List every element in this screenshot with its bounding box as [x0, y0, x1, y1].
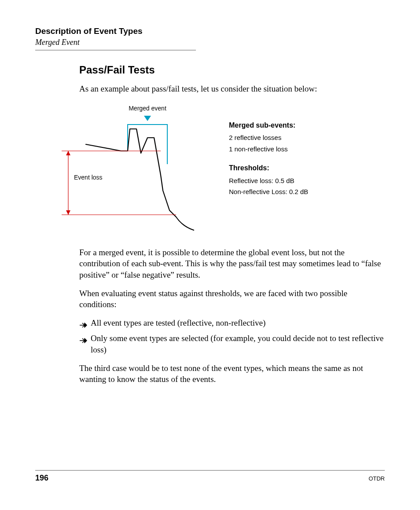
event-loss-arrow-down-icon	[66, 210, 70, 215]
doc-label: OTDR	[368, 475, 385, 482]
page-number: 196	[35, 473, 48, 483]
page-footer: 196 OTDR	[35, 470, 385, 483]
sub-events-line2: 1 non-reflective loss	[229, 144, 308, 154]
list-item: All event types are tested (reflective, …	[91, 317, 385, 329]
intro-paragraph: As an example about pass/fail tests, let…	[79, 83, 385, 95]
bullet-list: All event types are tested (reflective, …	[79, 317, 385, 356]
event-loss-arrow-up-icon	[66, 151, 70, 155]
merged-event-diagram: Merged event Event loss	[48, 103, 198, 236]
section-heading: Pass/Fail Tests	[79, 64, 385, 76]
header-rule	[35, 50, 196, 51]
arrow-bullet-icon	[79, 320, 87, 331]
list-item: Only some event types are selected (for …	[91, 333, 385, 355]
figure-block: Merged event Event loss	[48, 103, 385, 236]
footer-rule	[35, 470, 385, 471]
sub-events-line1: 2 reflective losses	[229, 132, 308, 143]
subchapter-title: Merged Event	[35, 38, 385, 47]
figure-annotations: Merged sub-events: 2 reflective losses 1…	[229, 103, 308, 198]
paragraph-2: When evaluating event status against thr…	[79, 288, 385, 310]
thresholds-heading: Thresholds:	[229, 163, 308, 174]
list-item-text: All event types are tested (reflective, …	[91, 318, 265, 327]
event-loss-label: Event loss	[74, 174, 103, 181]
thresholds-line1: Reflective loss: 0.5 dB	[229, 176, 308, 186]
arrow-bullet-icon	[79, 335, 87, 347]
thresholds-line2: Non-reflective Loss: 0.2 dB	[229, 187, 308, 197]
merged-event-triangle-icon	[144, 116, 151, 121]
list-item-text: Only some event types are selected (for …	[91, 334, 383, 354]
chapter-title: Description of Event Types	[35, 26, 385, 36]
sub-events-heading: Merged sub-events:	[229, 120, 308, 131]
merged-event-label: Merged event	[129, 105, 166, 112]
merged-event-bracket	[128, 125, 167, 164]
paragraph-3: The third case would be to test none of …	[79, 363, 385, 385]
paragraph-1: For a merged event, it is possible to de…	[79, 247, 385, 281]
